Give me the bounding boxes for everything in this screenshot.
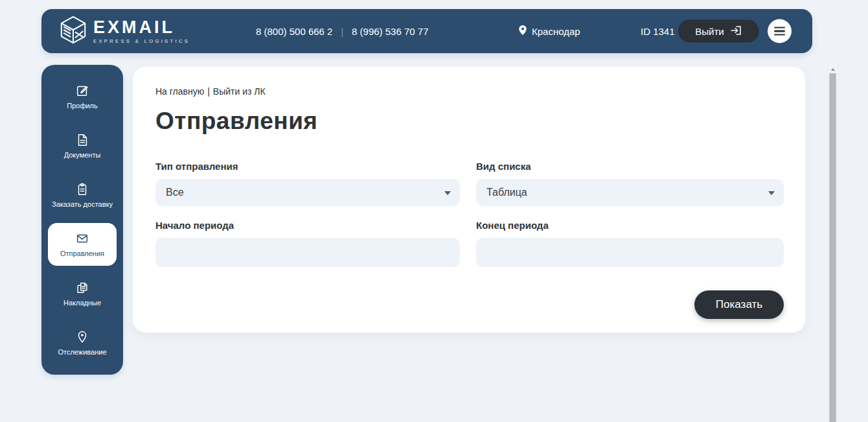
scroll-up-button[interactable]	[829, 65, 836, 73]
location-pin-icon	[518, 25, 527, 38]
breadcrumb-logout-link[interactable]: Выйти из ЛК	[213, 86, 266, 97]
edit-icon	[75, 84, 89, 98]
chevron-down-icon	[768, 191, 775, 195]
sidebar-item-label: Документы	[64, 151, 101, 159]
sidebar-item-documents[interactable]: Документы	[48, 124, 117, 167]
sidebar-item-profile[interactable]: Профиль	[48, 75, 117, 118]
shipment-type-field: Тип отправления Все	[155, 161, 460, 220]
period-start-field: Начало периода	[155, 220, 460, 267]
map-pin-icon	[75, 330, 89, 344]
logout-button-label: Выйти	[695, 26, 724, 37]
clipboard-icon	[75, 182, 89, 196]
logout-icon	[730, 24, 742, 38]
sidebar-item-label: Отправления	[60, 250, 104, 257]
scrollbar-thumb[interactable]	[829, 73, 836, 422]
sidebar-item-label: Заказать доставку	[52, 200, 113, 208]
form-actions: Показать	[155, 290, 784, 319]
logout-button[interactable]: Выйти	[678, 20, 759, 43]
hamburger-icon	[774, 27, 785, 36]
document-icon	[75, 133, 89, 147]
sidebar-item-label: Накладные	[63, 299, 101, 307]
phone-secondary[interactable]: 8 (996) 536 70 77	[352, 26, 428, 37]
app-header: EXMAIL EXPRESS & LOGISTICS 8 (800) 500 6…	[41, 9, 812, 53]
sidebar-item-tracking[interactable]: Отслеживание	[48, 322, 117, 364]
period-start-input[interactable]	[155, 238, 460, 267]
list-view-select[interactable]: Таблица	[476, 179, 784, 206]
brand-name: EXMAIL	[93, 19, 190, 36]
list-view-field: Вид списка Таблица	[476, 161, 784, 220]
header-location[interactable]: Краснодар	[518, 25, 580, 38]
location-label: Краснодар	[532, 26, 580, 37]
period-end-label: Конец периода	[476, 220, 784, 231]
main-card: На главную|Выйти из ЛК Отправления Тип о…	[133, 67, 805, 333]
sidebar-item-order-delivery[interactable]: Заказать доставку	[48, 174, 117, 217]
period-end-field: Конец периода	[476, 220, 784, 267]
list-view-value: Таблица	[486, 187, 527, 198]
hamburger-menu-button[interactable]	[768, 19, 792, 43]
sidebar-item-invoices[interactable]: Накладные	[48, 272, 117, 315]
breadcrumb-separator: |	[207, 86, 210, 97]
sidebar-item-label: Отслеживание	[58, 348, 106, 356]
header-phones: 8 (800) 500 666 2 | 8 (996) 536 70 77	[256, 26, 429, 37]
phone-divider: |	[341, 26, 343, 36]
user-id: ID 1341	[641, 26, 675, 37]
sidebar-nav: ПрофильДокументыЗаказать доставкуОтправл…	[41, 65, 123, 375]
phone-primary[interactable]: 8 (800) 500 666 2	[256, 26, 332, 37]
chevron-down-icon	[444, 191, 451, 195]
vertical-scrollbar	[829, 65, 836, 422]
shipment-type-value: Все	[166, 187, 184, 198]
brand-tagline: EXPRESS & LOGISTICS	[93, 38, 190, 44]
sidebar-item-shipments[interactable]: Отправления	[48, 223, 117, 266]
breadcrumb-home-link[interactable]: На главную	[155, 86, 204, 97]
page-title: Отправления	[155, 108, 784, 135]
show-button[interactable]: Показать	[694, 290, 784, 319]
breadcrumb: На главную|Выйти из ЛК	[155, 86, 784, 97]
period-start-label: Начало периода	[155, 220, 460, 231]
scroll-up-arrow-icon	[831, 68, 835, 71]
pages-icon	[75, 281, 89, 295]
logo-text: EXMAIL EXPRESS & LOGISTICS	[93, 19, 190, 44]
parcel-box-logo-icon	[58, 15, 88, 47]
envelope-icon	[75, 231, 89, 246]
shipment-type-label: Тип отправления	[155, 161, 460, 172]
list-view-label: Вид списка	[476, 161, 784, 172]
period-end-input[interactable]	[476, 238, 784, 267]
shipment-type-select[interactable]: Все	[155, 179, 460, 206]
exmail-logo[interactable]: EXMAIL EXPRESS & LOGISTICS	[58, 15, 190, 47]
filter-form: Тип отправления Все Вид списка Таблица Н…	[155, 161, 784, 267]
sidebar-item-label: Профиль	[67, 102, 98, 110]
